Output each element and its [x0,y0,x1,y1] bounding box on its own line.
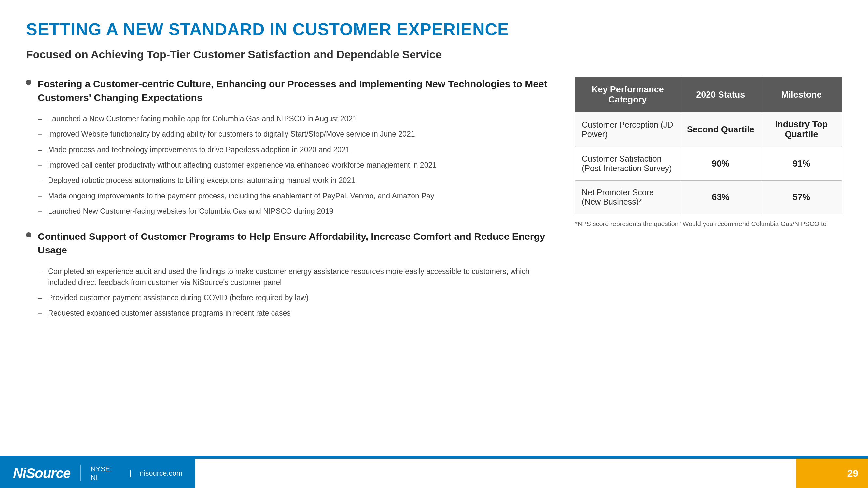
footer-gold-section: 29 [796,459,868,488]
dash-icon-1-2: – [38,129,42,139]
main-content: SETTING A NEW STANDARD IN CUSTOMER EXPER… [0,0,868,345]
sub-bullet-1-1: – Launched a New Customer facing mobile … [38,113,549,124]
sub-bullet-text-1-3: Made process and technology improvements… [48,144,350,155]
bullet-dot-1 [26,80,31,85]
status-cell-1: Second Quartile [680,112,761,147]
category-cell-1: Customer Perception (JD Power) [575,112,680,147]
sub-bullet-1-3: – Made process and technology improvemen… [38,144,549,155]
category-cell-3: Net Promoter Score (New Business)* [575,181,680,214]
main-bullet-text-2: Continued Support of Customer Programs t… [38,230,549,257]
page-title: SETTING A NEW STANDARD IN CUSTOMER EXPER… [26,20,842,39]
sub-bullet-text-2-2: Provided customer payment assistance dur… [48,292,308,303]
left-column: Fostering a Customer-centric Culture, En… [26,77,549,332]
dash-icon-2-3: – [38,308,42,318]
kpi-table: Key Performance Category 2020 Status Mil… [575,77,842,214]
sub-bullet-text-1-4: Improved call center productivity withou… [48,160,437,170]
two-column-layout: Fostering a Customer-centric Culture, En… [26,77,842,332]
table-header-milestone: Milestone [761,77,842,112]
dash-icon-1-6: – [38,191,42,200]
category-cell-2: Customer Satisfaction (Post-Interaction … [575,147,680,181]
footer-white-section [195,459,796,488]
sub-bullet-text-1-1: Launched a New Customer facing mobile ap… [48,113,357,124]
main-bullet-2: Continued Support of Customer Programs t… [26,230,549,257]
right-column: Key Performance Category 2020 Status Mil… [575,77,842,228]
table-header-category: Key Performance Category [575,77,680,112]
dash-icon-2-2: – [38,293,42,302]
table-header-status: 2020 Status [680,77,761,112]
sub-bullet-text-1-2: Improved Website functionality by adding… [48,129,415,139]
sub-bullet-1-4: – Improved call center productivity with… [38,160,549,170]
sub-bullet-1-6: – Made ongoing improvements to the payme… [38,191,549,201]
company-logo: NiSource [13,465,70,481]
dash-icon-1-3: – [38,145,42,154]
sub-bullets-1: – Launched a New Customer facing mobile … [38,113,549,217]
table-footnote: *NPS score represents the question "Woul… [575,219,842,228]
page-subtitle: Focused on Achieving Top-Tier Customer S… [26,48,842,61]
sub-bullet-2-3: – Requested expanded customer assistance… [38,308,549,319]
milestone-cell-2: 91% [761,147,842,181]
footer-divider [80,465,81,482]
footer: NiSource NYSE: NI | nisource.com 29 [0,459,868,488]
status-cell-2: 90% [680,147,761,181]
footer-separator: | [127,469,133,478]
logo-text: NiSource [13,465,70,481]
dash-icon-1-5: – [38,176,42,185]
sub-bullet-text-2-3: Requested expanded customer assistance p… [48,308,290,319]
dash-icon-1-1: – [38,114,42,123]
table-row-3: Net Promoter Score (New Business)* 63% 5… [575,181,842,214]
dash-icon-1-7: – [38,206,42,216]
main-bullet-text-1: Fostering a Customer-centric Culture, En… [38,77,549,104]
sub-bullet-1-2: – Improved Website functionality by addi… [38,129,549,139]
sub-bullet-text-1-7: Launched New Customer-facing websites fo… [48,206,333,217]
milestone-cell-3: 57% [761,181,842,214]
sub-bullet-text-2-1: Completed an experience audit and used t… [48,266,549,288]
sub-bullet-1-5: – Deployed robotic process automations t… [38,175,549,186]
sub-bullet-2-1: – Completed an experience audit and used… [38,266,549,288]
status-cell-3: 63% [680,181,761,214]
sub-bullet-text-1-5: Deployed robotic process automations to … [48,175,355,186]
footer-website: nisource.com [140,469,182,478]
table-row-1: Customer Perception (JD Power) Second Qu… [575,112,842,147]
sub-bullet-1-7: – Launched New Customer-facing websites … [38,206,549,217]
page-number: 29 [847,468,858,479]
sub-bullet-text-1-6: Made ongoing improvements to the payment… [48,191,434,201]
dash-icon-1-4: – [38,160,42,169]
table-row-2: Customer Satisfaction (Post-Interaction … [575,147,842,181]
footer-blue-stripe [0,456,868,459]
bullet-section-1: Fostering a Customer-centric Culture, En… [26,77,549,217]
sub-bullet-2-2: – Provided customer payment assistance d… [38,292,549,303]
bullet-section-2: Continued Support of Customer Programs t… [26,230,549,319]
footer-ticker: NYSE: NI [91,465,121,482]
bullet-dot-2 [26,232,31,237]
milestone-cell-1: Industry Top Quartile [761,112,842,147]
main-bullet-1: Fostering a Customer-centric Culture, En… [26,77,549,104]
footer-blue-section: NiSource NYSE: NI | nisource.com [0,459,195,488]
dash-icon-2-1: – [38,267,42,276]
sub-bullets-2: – Completed an experience audit and used… [38,266,549,319]
